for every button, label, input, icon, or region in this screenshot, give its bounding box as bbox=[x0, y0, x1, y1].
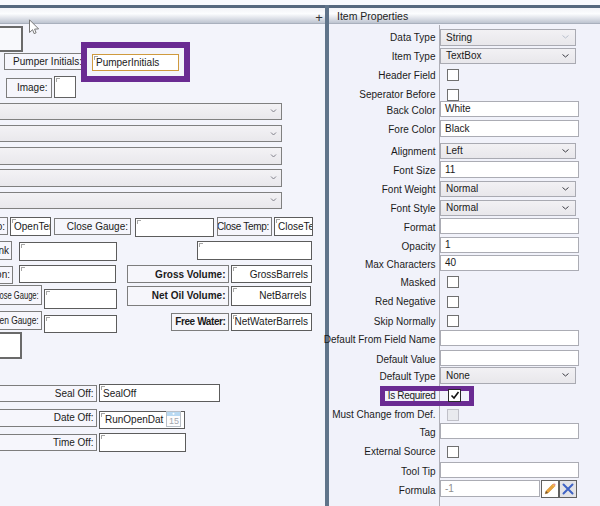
svg-text:15: 15 bbox=[169, 416, 179, 426]
